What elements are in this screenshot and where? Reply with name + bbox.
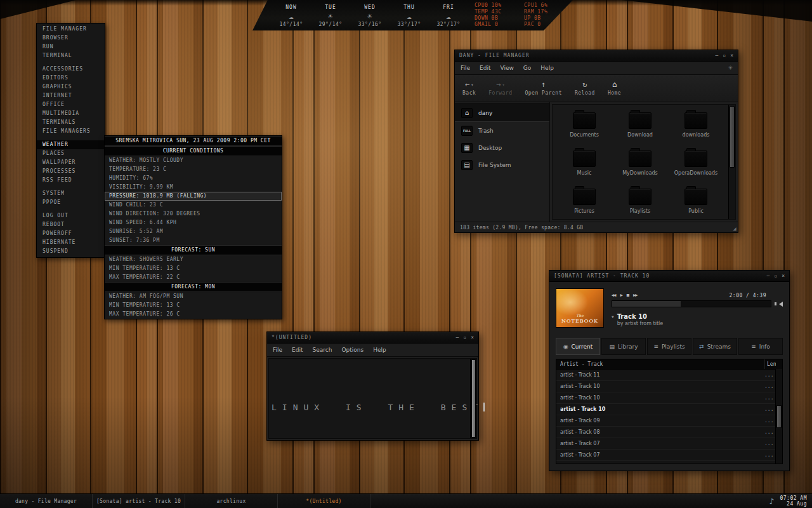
player-tab[interactable]: ≡ Info	[738, 338, 783, 355]
weather-menu-item[interactable]: HUMIDITY: 67%	[105, 174, 282, 183]
menu-item[interactable]: WALLPAPER	[37, 158, 105, 167]
menubar-item[interactable]: Edit	[292, 347, 303, 353]
sidebar-place[interactable]: ▤ File System	[455, 156, 549, 173]
menu-item[interactable]: PPPOE	[37, 198, 105, 207]
menubar-item[interactable]: Search	[313, 347, 332, 353]
toolbar-button[interactable]: → ▾ Forward	[488, 81, 512, 96]
menu-item[interactable]: LOG OUT	[37, 211, 105, 220]
menubar-item[interactable]: Edit	[480, 65, 490, 71]
playlist-row[interactable]: artist - Track 10 ...	[556, 392, 776, 404]
player-tab[interactable]: ▤ Library	[601, 338, 646, 355]
menu-item[interactable]: MULTIMEDIA	[37, 109, 105, 118]
minimize-button[interactable]: –	[767, 274, 770, 279]
playlist-row[interactable]: artist - Track 08 ...	[556, 427, 776, 438]
folder-item[interactable]: Pictures	[556, 186, 612, 224]
maximize-button[interactable]: ▫	[723, 53, 726, 58]
taskbar-task[interactable]: [Sonata] artist - Track 10	[93, 494, 185, 508]
menu-item[interactable]: REBOOT	[37, 220, 105, 229]
menu-item[interactable]: OFFICE	[37, 100, 105, 109]
fm-scrollbar-thumb[interactable]	[730, 106, 735, 168]
folder-item[interactable]: Documents	[556, 110, 612, 148]
taskbar-task[interactable]: *(Untitled)	[278, 494, 370, 508]
column-header-track[interactable]: Artist - Track	[556, 359, 765, 369]
weather-menu-item[interactable]: WIND DIRECTION: 320 DEGREES	[105, 210, 282, 218]
editor-text-area[interactable]: LINUX IS THE BEST	[268, 358, 477, 439]
playlist-row[interactable]: artist - Track 11 ...	[556, 370, 776, 381]
weather-menu-item[interactable]: MAX TEMPERATURE: 26 C	[105, 310, 282, 319]
expander-icon[interactable]: ▼	[612, 314, 614, 319]
weather-menu-item[interactable]: WIND SPEED: 6.44 KPH	[105, 218, 282, 227]
previous-button[interactable]: ◀◀	[612, 292, 615, 298]
editor-scrollbar-thumb[interactable]	[471, 359, 476, 438]
menu-item[interactable]: GRAPHICS	[37, 83, 105, 91]
menu-item[interactable]: POWEROFF	[37, 229, 105, 238]
toolbar-button[interactable]: ↑ ▾ Open Parent	[525, 81, 561, 96]
weather-menu-item[interactable]: VISIBILITY: 9.99 KM	[105, 183, 282, 192]
menu-item[interactable]	[37, 207, 105, 211]
close-button[interactable]: ×	[730, 53, 733, 58]
menu-item[interactable]	[37, 185, 105, 189]
resize-grip[interactable]: ◢	[733, 226, 737, 232]
dropdown-caret-icon[interactable]: ▾	[471, 83, 473, 88]
minimize-button[interactable]: –	[716, 53, 719, 58]
fm-scrollbar[interactable]	[728, 105, 735, 219]
playlist-row[interactable]: artist - Track 07 ...	[556, 450, 776, 461]
playlist-row[interactable]: artist - Track 10 ...	[556, 381, 776, 392]
menu-item[interactable]: FILE MANAGERS	[37, 127, 105, 136]
menu-item[interactable]: PROCESSES	[37, 167, 105, 176]
menu-item[interactable]	[37, 60, 105, 65]
volume-icon[interactable]	[776, 302, 783, 307]
stop-button[interactable]: ■	[627, 292, 629, 298]
fm-titlebar[interactable]: DANY - FILE MANAGER – ▫ ×	[455, 50, 738, 62]
folder-item[interactable]: MyDownloads	[612, 148, 668, 186]
weather-menu-item[interactable]: SUNRISE: 5:52 AM	[105, 227, 282, 236]
menu-item[interactable]: SUSPEND	[37, 247, 105, 256]
folder-item[interactable]: OperaDownloads	[668, 148, 724, 186]
menu-item[interactable]: ACCESSORIES	[37, 65, 105, 74]
playlist-row[interactable]: artist - Track 09 ...	[556, 415, 776, 427]
sidebar-place[interactable]: ⌂ dany	[455, 104, 549, 122]
close-button[interactable]: ×	[782, 274, 785, 279]
folder-item[interactable]: downloads	[668, 110, 724, 148]
minimize-button[interactable]: –	[456, 335, 459, 340]
playlist-row[interactable]: artist - Track 07 ...	[556, 438, 776, 450]
menu-item[interactable]: TERMINALS	[37, 118, 105, 127]
sidebar-place[interactable]: ▦ Desktop	[455, 139, 549, 156]
menu-item[interactable]: RSS FEED	[37, 176, 105, 185]
fm-folder-view[interactable]: Documents Download downloads Mus	[552, 104, 736, 220]
menubar-item[interactable]: Help	[373, 347, 386, 353]
close-button[interactable]: ×	[471, 335, 474, 340]
menu-item[interactable]	[37, 136, 105, 140]
menu-item[interactable]: WEATHER	[37, 140, 105, 149]
maximize-button[interactable]: ▫	[463, 335, 466, 340]
weather-menu-item[interactable]: WIND CHILL: 23 C	[105, 201, 282, 210]
menubar-item[interactable]: Options	[341, 347, 363, 353]
menubar-item[interactable]: File	[273, 347, 282, 353]
menu-item[interactable]: RUN	[37, 43, 105, 51]
weather-menu-item[interactable]: WEATHER: SHOWERS EARLY	[105, 255, 282, 264]
column-header-length[interactable]: Len	[765, 359, 776, 369]
editor-titlebar[interactable]: *(UNTITLED) – ▫ ×	[267, 332, 478, 344]
sidebar-place[interactable]: FULL Trash	[455, 122, 549, 139]
weather-menu-item[interactable]: TEMPERATURE: 23 C	[105, 165, 282, 174]
play-button[interactable]: ▶	[620, 292, 622, 298]
player-tab[interactable]: ≡ Playlists	[647, 338, 691, 355]
toolbar-button[interactable]: ⌂ ▾ Home	[608, 81, 621, 96]
weather-menu-item[interactable]: MIN TEMPERATURE: 13 C	[105, 264, 282, 273]
progress-bar[interactable]	[612, 300, 771, 307]
player-titlebar[interactable]: [SONATA] ARTIST - TRACK 10 – ▫ ×	[549, 271, 789, 282]
maximize-button[interactable]: ▫	[774, 274, 777, 279]
menu-item[interactable]: FILE MANAGER	[37, 25, 105, 34]
menu-item[interactable]: SYSTEM	[37, 189, 105, 198]
weather-menu-item[interactable]: PRESSURE: 1018.9 MB (FALLING)	[105, 192, 282, 201]
menu-item[interactable]: HIBERNATE	[37, 238, 105, 247]
taskbar-task[interactable]: archlinux	[185, 494, 278, 508]
menubar-item[interactable]: Go	[523, 65, 531, 71]
playlist-scrollbar-thumb[interactable]	[776, 405, 782, 428]
toolbar-button[interactable]: ← ▾ Back	[462, 81, 476, 96]
player-tab[interactable]: ⇄ Streams	[693, 338, 737, 355]
menu-item[interactable]: TERMINAL	[37, 51, 105, 60]
weather-menu-item[interactable]: MIN TEMPERATURE: 13 C	[105, 301, 282, 310]
dropdown-caret-icon[interactable]: ▾	[502, 83, 504, 88]
menubar-item[interactable]: File	[461, 65, 470, 71]
